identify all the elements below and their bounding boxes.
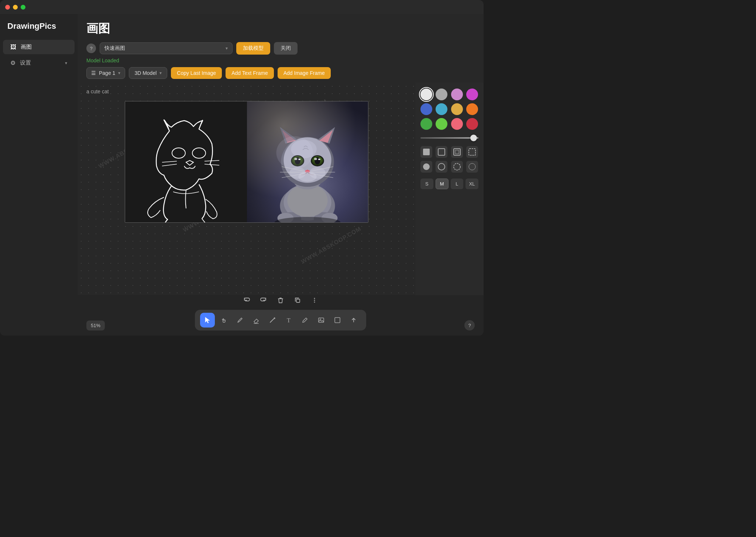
circle-dashed-btn[interactable]: [451, 161, 463, 173]
minimize-button[interactable]: [13, 5, 18, 10]
svg-point-57: [469, 163, 475, 170]
color-red[interactable]: [466, 118, 478, 130]
circle-filled-btn[interactable]: [420, 161, 432, 173]
pen-tool-button[interactable]: [233, 313, 247, 328]
model-select[interactable]: 快速画图 ▾: [100, 42, 233, 54]
canvas-label: a cute cat: [86, 89, 109, 94]
svg-point-61: [314, 302, 315, 303]
svg-point-68: [320, 319, 321, 320]
model-type-chevron-icon: ▾: [159, 70, 162, 76]
rect-stroke-btn[interactable]: [436, 146, 447, 158]
drawing-svg: [125, 101, 247, 223]
main-layout: DrawingPics 🖼 画图 ⚙ 设置 ▾ 画图: [0, 14, 484, 336]
duplicate-button[interactable]: [292, 295, 303, 305]
circle-stroke-btn[interactable]: [436, 161, 447, 173]
color-palette: [420, 89, 478, 130]
edit-tool-button[interactable]: [298, 313, 312, 328]
canvas-area[interactable]: WWW.ABSKOOP.COM WWW.ABSKOOP.COM WWW.ABSK…: [78, 83, 415, 295]
svg-rect-58: [296, 299, 300, 302]
sidebar-item-draw-label: 画图: [21, 44, 32, 51]
sidebar-item-settings-label: 设置: [20, 59, 31, 66]
model-type-select[interactable]: 3D Model ▾: [129, 67, 167, 79]
svg-point-60: [314, 300, 315, 301]
svg-rect-69: [335, 318, 340, 323]
color-purple-light[interactable]: [451, 89, 463, 100]
redo-button[interactable]: [258, 295, 269, 305]
sidebar-item-draw[interactable]: 🖼 画图: [3, 40, 75, 54]
settings-row: ⚙ 设置 ▾: [10, 59, 67, 66]
close-button[interactable]: [5, 5, 10, 10]
drawing-canvas[interactable]: [125, 101, 247, 223]
toolbar-row: ☰ Page 1 ▾ 3D Model ▾ Copy Last Image Ad…: [86, 67, 475, 79]
color-white[interactable]: [420, 89, 432, 100]
color-blue-light[interactable]: [436, 103, 447, 115]
zoom-indicator[interactable]: 51%: [86, 321, 105, 330]
add-image-frame-button[interactable]: Add Image Frame: [278, 67, 331, 79]
expand-tool-button[interactable]: [346, 313, 361, 328]
color-green-light[interactable]: [436, 118, 447, 130]
page-chevron-icon: ▾: [118, 70, 120, 76]
size-L-btn[interactable]: L: [451, 179, 464, 189]
eraser-tool-button[interactable]: [249, 313, 264, 328]
line-tool-button[interactable]: [265, 313, 280, 328]
circle-thin-btn[interactable]: [466, 161, 478, 173]
help-button[interactable]: ?: [86, 44, 96, 53]
rect-inner-btn[interactable]: [451, 146, 463, 158]
color-orange-light[interactable]: [451, 103, 463, 115]
app-window: DrawingPics 🖼 画图 ⚙ 设置 ▾ 画图: [0, 0, 484, 336]
load-model-button[interactable]: 加载模型: [236, 42, 270, 55]
canvas-panel: WWW.ABSKOOP.COM WWW.ABSKOOP.COM WWW.ABSK…: [78, 83, 484, 295]
color-green[interactable]: [420, 118, 432, 130]
color-orange[interactable]: [466, 103, 478, 115]
add-text-frame-button[interactable]: Add Text Frame: [226, 67, 274, 79]
size-selector: S M L XL: [420, 179, 478, 189]
color-light-gray[interactable]: [436, 89, 447, 100]
svg-point-35: [318, 159, 320, 160]
svg-rect-53: [469, 149, 475, 155]
size-M-btn[interactable]: M: [436, 179, 449, 189]
brush-size-slider-track[interactable]: [420, 137, 478, 139]
more-button[interactable]: [309, 295, 320, 305]
draw-icon: 🖼: [10, 44, 16, 51]
bottom-bar: T 51%: [78, 295, 484, 336]
color-blue[interactable]: [420, 103, 432, 115]
chevron-down-icon: ▾: [226, 46, 228, 51]
chevron-down-icon: ▾: [65, 60, 67, 66]
shape-palette: [420, 146, 478, 173]
maximize-button[interactable]: [21, 5, 25, 10]
size-XL-btn[interactable]: XL: [465, 179, 478, 189]
model-select-value: 快速画图: [104, 45, 125, 52]
svg-point-46: [298, 172, 317, 182]
content-header: 画图 ? 快速画图 ▾ 加载模型 关闭 Model Loaded ☰ Page …: [78, 14, 484, 83]
brush-size-slider-handle[interactable]: [470, 135, 477, 141]
size-S-btn[interactable]: S: [420, 179, 433, 189]
page-selector[interactable]: ☰ Page 1 ▾: [86, 67, 125, 79]
rect-filled-btn[interactable]: [420, 146, 432, 158]
copy-last-image-button[interactable]: Copy Last Image: [171, 67, 222, 79]
color-purple[interactable]: [466, 89, 478, 100]
page-title: 画图: [86, 21, 475, 37]
drawing-toolbar: T: [195, 310, 366, 330]
color-pink[interactable]: [451, 118, 463, 130]
select-tool-button[interactable]: [200, 313, 215, 328]
text-tool-button[interactable]: T: [281, 313, 296, 328]
sidebar-item-settings[interactable]: ⚙ 设置 ▾: [3, 56, 75, 70]
model-type-value: 3D Model: [134, 70, 157, 76]
settings-left: ⚙ 设置: [10, 59, 31, 66]
rect-dashed-btn[interactable]: [466, 146, 478, 158]
close-model-button[interactable]: 关闭: [274, 42, 298, 55]
frame-tool-button[interactable]: [330, 313, 345, 328]
cat-photo-svg: [247, 101, 368, 222]
image-tool-button[interactable]: [314, 313, 329, 328]
canvas-frame[interactable]: [125, 101, 368, 223]
model-status: Model Loaded: [86, 58, 475, 63]
delete-button[interactable]: [275, 295, 286, 305]
undo-button[interactable]: [241, 295, 252, 305]
toolbar-actions: [241, 295, 320, 305]
help-corner-button[interactable]: ?: [464, 320, 475, 330]
page-menu-icon: ☰: [91, 70, 96, 76]
svg-point-55: [438, 163, 445, 170]
hand-tool-button[interactable]: [216, 313, 231, 328]
svg-point-59: [314, 298, 315, 299]
svg-rect-50: [438, 149, 445, 155]
